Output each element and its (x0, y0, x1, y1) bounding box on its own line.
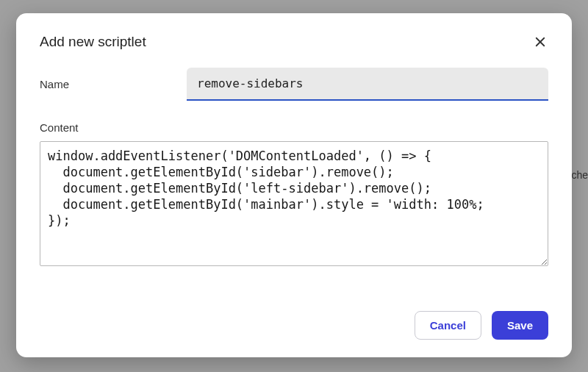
save-button[interactable]: Save (492, 311, 548, 340)
content-textarea[interactable] (40, 141, 548, 266)
modal-header: Add new scriptlet (40, 34, 548, 50)
close-icon (534, 35, 547, 49)
cancel-button[interactable]: Cancel (415, 311, 481, 340)
close-button[interactable] (532, 34, 548, 50)
add-scriptlet-modal: Add new scriptlet Name Content Cancel Sa… (16, 13, 572, 357)
name-field-row: Name (40, 68, 548, 101)
name-field-label: Name (40, 78, 187, 90)
name-input[interactable] (187, 68, 548, 101)
content-field-label: Content (40, 121, 548, 134)
name-input-wrap (187, 68, 548, 101)
modal-title: Add new scriptlet (40, 34, 146, 50)
modal-button-row: Cancel Save (40, 298, 548, 340)
background-text-fragment: che (571, 169, 588, 181)
